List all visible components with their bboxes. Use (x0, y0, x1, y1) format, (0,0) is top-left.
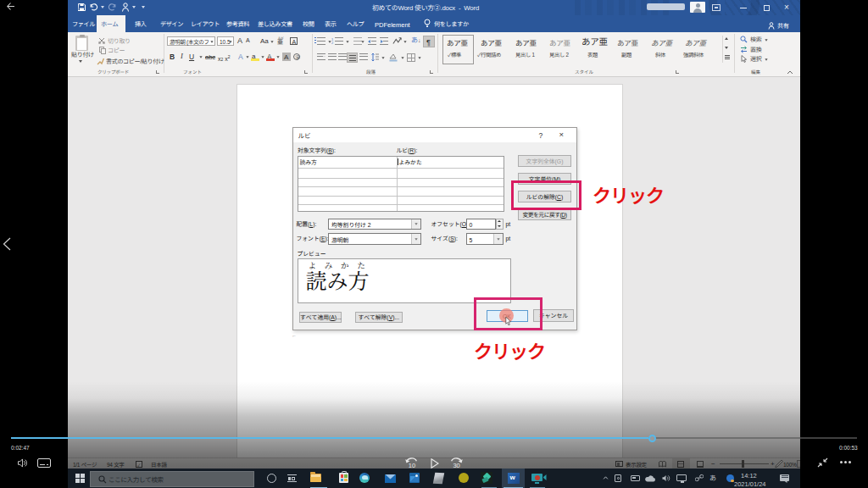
svg-text:10: 10 (409, 462, 415, 469)
svg-text:30: 30 (453, 462, 459, 469)
